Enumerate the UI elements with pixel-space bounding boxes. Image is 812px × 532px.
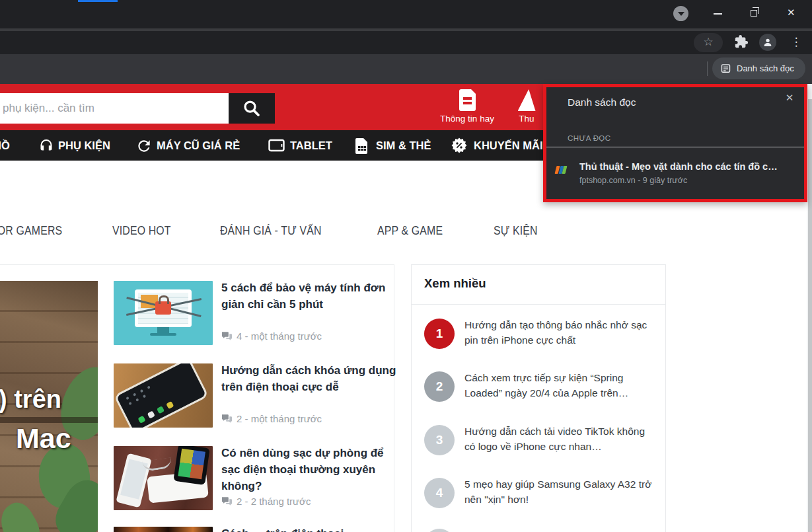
- article-meta: 2 - 2 tháng trước: [221, 496, 311, 507]
- article-title[interactable]: 5 cách để bảo vệ máy tính đơn giản chỉ c…: [221, 280, 397, 313]
- quick-link-info[interactable]: Thông tin hay: [433, 89, 501, 124]
- minimize-button[interactable]: [703, 0, 732, 26]
- bookmark-star-button[interactable]: ☆: [694, 33, 723, 52]
- search-input[interactable]: [0, 93, 229, 124]
- nav-item-dong-ho[interactable]: ĐỒNG HỒ: [0, 130, 10, 161]
- article-meta-text: 4 - một tháng trước: [237, 330, 322, 342]
- most-viewed-item[interactable]: Cách xem trực tiếp sự kiện “Spring Loade…: [464, 371, 655, 400]
- article-title[interactable]: Cách … trên điện thoại: [221, 525, 397, 532]
- tab-search-button[interactable]: [673, 6, 688, 21]
- browser-toolbar: ☆ ⋮: [0, 31, 812, 54]
- rank-badge: 4: [424, 478, 455, 508]
- rank-badge: 2: [424, 371, 455, 402]
- restore-button[interactable]: [739, 0, 768, 26]
- reading-list-popup-title: Danh sách đọc: [568, 96, 636, 108]
- fptshop-favicon: [555, 165, 567, 175]
- article-title[interactable]: Có nên dùng sạc dự phòng để sạc điện tho…: [221, 445, 397, 494]
- comments-icon: [221, 331, 233, 341]
- browser-menu-button[interactable]: ⋮: [788, 33, 804, 52]
- refresh-icon: [135, 137, 153, 155]
- article-thumbnail[interactable]: [114, 527, 213, 532]
- popup-close-button[interactable]: ✕: [782, 90, 797, 106]
- sim-icon: [355, 137, 369, 155]
- tablet-icon: [268, 137, 285, 153]
- category-subnav: FOR GAMERS VIDEO HOT ĐÁNH GIÁ - TƯ VẤN A…: [0, 221, 812, 245]
- article-thumbnail[interactable]: [114, 446, 213, 510]
- article-meta-text: 2 - 2 tháng trước: [237, 496, 311, 507]
- reading-list-item-meta: fptshop.com.vn - 9 giây trước: [579, 176, 687, 185]
- popup-divider: [546, 147, 804, 147]
- reading-list-popup: Danh sách đọc ✕ CHƯA ĐỌC Thủ thuật - Mẹo…: [543, 84, 807, 202]
- three-dots-icon: ⋮: [791, 36, 802, 48]
- promo-icon: [451, 137, 467, 153]
- unread-section-label: CHƯA ĐỌC: [568, 134, 610, 142]
- most-viewed-divider: [412, 304, 665, 305]
- bookmarks-separator: [707, 61, 708, 76]
- subnav-danh-gia[interactable]: ĐÁNH GIÁ - TƯ VẤN: [220, 224, 322, 238]
- page-scrollbar[interactable]: [807, 84, 812, 532]
- nav-item-phu-kien[interactable]: PHỤ KIỆN: [58, 130, 110, 161]
- article-meta-text: 2 - một tháng trước: [237, 413, 322, 424]
- rank-badge: 3: [424, 425, 455, 455]
- subnav-video-hot[interactable]: VIDEO HOT: [112, 224, 171, 238]
- hero-text-line2: Mac: [16, 422, 71, 455]
- rank-badge: 1: [424, 319, 455, 349]
- comments-icon: [221, 496, 233, 506]
- leaf-decor: [0, 498, 47, 532]
- subnav-for-gamers[interactable]: FOR GAMERS: [0, 224, 62, 238]
- star-icon: ☆: [703, 36, 713, 48]
- most-viewed-title: Xem nhiều: [424, 276, 486, 291]
- quick-link-trade-in-label: Thu: [519, 114, 534, 124]
- quick-link-info-label: Thông tin hay: [440, 114, 494, 124]
- article-thumbnail[interactable]: [114, 363, 213, 428]
- title-bar: [0, 0, 812, 28]
- trade-in-icon: [518, 89, 536, 111]
- article-meta: 2 - một tháng trước: [221, 413, 322, 424]
- scrollbar-thumb[interactable]: [808, 99, 812, 532]
- reading-list-item-title: Thủ thuật - Mẹo vặt dành cho các tín đồ …: [579, 161, 797, 172]
- subnav-app-game[interactable]: APP & GAME: [377, 224, 443, 238]
- browser-window: ☆ ⋮ Danh sách đọc: [0, 0, 812, 532]
- most-viewed-item[interactable]: Hướng dẫn tạo thông báo nhắc nhở sạc pin…: [464, 318, 655, 348]
- reading-list-item[interactable]: Thủ thuật - Mẹo vặt dành cho các tín đồ …: [546, 156, 804, 190]
- article-meta: 4 - một tháng trước: [221, 330, 322, 342]
- lock-icon: [155, 301, 171, 315]
- close-window-button[interactable]: [778, 0, 807, 26]
- puzzle-icon: [734, 34, 749, 49]
- comments-icon: [221, 414, 233, 424]
- close-icon: ✕: [786, 92, 794, 103]
- article-title[interactable]: Hướng dẫn cách khóa ứng dụng trên điện t…: [221, 362, 397, 395]
- document-icon: [459, 89, 476, 111]
- profile-button[interactable]: [759, 34, 776, 51]
- most-viewed-item[interactable]: Hướng dẫn cách tải video TikTok không có…: [464, 424, 655, 454]
- nav-item-sim[interactable]: SIM & THẺ: [376, 130, 431, 161]
- restore-icon: [751, 10, 757, 17]
- reading-list-bar-button[interactable]: Danh sách đọc: [712, 57, 805, 79]
- hero-video-thumbnail[interactable]: ) trên Mac: [0, 281, 98, 532]
- reading-list-icon: [720, 63, 731, 74]
- nav-item-may-cu[interactable]: MÁY CŨ GIÁ RẺ: [157, 130, 240, 161]
- active-tab-accent: [78, 0, 118, 2]
- nav-item-tablet[interactable]: TABLET: [290, 130, 332, 161]
- most-viewed-item[interactable]: 5 mẹo hay giúp Samsung Galaxy A32 trở nê…: [464, 477, 655, 507]
- headphones-icon: [38, 137, 54, 153]
- hero-text-line1: ) trên: [0, 385, 61, 414]
- subnav-su-kien[interactable]: SỰ KIỆN: [494, 224, 538, 238]
- article-thumbnail[interactable]: [114, 281, 213, 345]
- reading-list-bar-label: Danh sách đọc: [737, 63, 794, 73]
- search-button[interactable]: [229, 93, 275, 124]
- quick-link-trade-in[interactable]: Thu: [512, 89, 541, 124]
- bookmarks-bar: Danh sách đọc: [0, 54, 812, 84]
- search-icon: [242, 98, 262, 118]
- nav-item-khuyen-mai[interactable]: KHUYẾN MÃI: [474, 130, 543, 161]
- person-icon: [762, 37, 773, 48]
- extensions-button[interactable]: [734, 34, 750, 50]
